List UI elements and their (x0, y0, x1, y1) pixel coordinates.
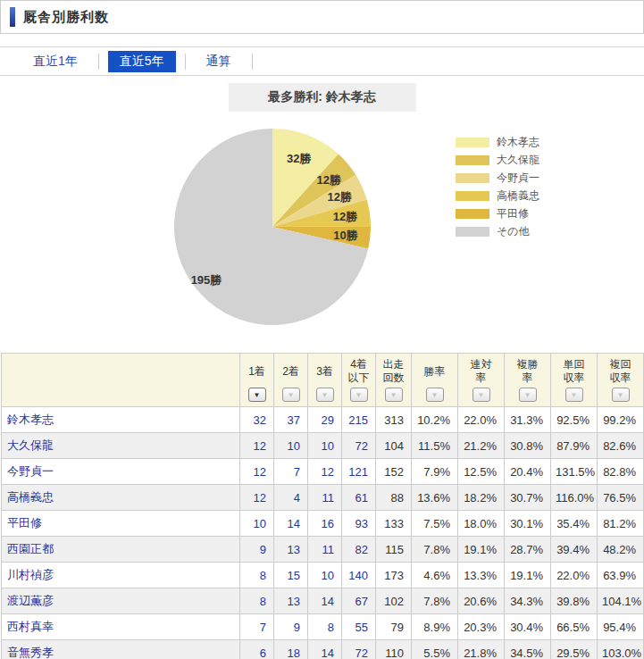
cell-starts: 102 (376, 588, 412, 614)
cell-wins-3rd[interactable]: 8 (308, 614, 342, 640)
table-row: 西村真幸79855798.9%20.3%30.4%66.5%95.4% (2, 614, 644, 640)
cell-wins-1st[interactable]: 7 (240, 614, 274, 640)
cell-wins-2nd[interactable]: 13 (274, 537, 308, 563)
cell-below-4th[interactable]: 72 (342, 640, 376, 659)
stable-name-link[interactable]: 西園正都 (2, 537, 240, 563)
header-col-2: 2着▼ (274, 354, 308, 407)
cell-exacta-rate: 13.3% (458, 563, 505, 588)
table-row: 今野貞一127121211527.9%12.5%20.4%131.5%82.8% (2, 459, 644, 485)
cell-below-4th[interactable]: 93 (342, 511, 376, 537)
cell-below-4th[interactable]: 67 (342, 588, 376, 614)
cell-wins-1st[interactable]: 8 (240, 563, 274, 588)
cell-exacta-rate: 21.8% (458, 640, 505, 659)
cell-show-rate: 28.7% (505, 537, 551, 563)
sort-button[interactable]: ▼ (565, 388, 583, 402)
tab-2[interactable]: 直近5年 (108, 51, 176, 72)
cell-wins-2nd[interactable]: 37 (274, 407, 308, 433)
sort-button-active[interactable]: ▼ (248, 388, 266, 402)
cell-wins-3rd[interactable]: 10 (308, 433, 342, 459)
cell-wins-2nd[interactable]: 15 (274, 563, 308, 588)
cell-wins-1st[interactable]: 12 (240, 459, 274, 485)
stable-name-link[interactable]: 鈴木孝志 (2, 407, 240, 433)
cell-wins-1st[interactable]: 12 (240, 485, 274, 511)
cell-show-rate: 30.8% (505, 433, 551, 459)
header-name-column (2, 354, 240, 407)
cell-starts: 110 (376, 640, 412, 659)
table-row: 渡辺薫彦81314671027.8%20.6%34.3%39.8%104.1% (2, 588, 644, 614)
cell-starts: 133 (376, 511, 412, 537)
sort-button[interactable]: ▼ (316, 388, 334, 402)
cell-win-rate: 7.9% (412, 459, 458, 485)
cell-win-payout: 39.8% (551, 588, 598, 614)
cell-below-4th[interactable]: 82 (342, 537, 376, 563)
sort-button[interactable]: ▼ (350, 388, 368, 402)
cell-wins-1st[interactable]: 8 (240, 588, 274, 614)
sort-button[interactable]: ▼ (612, 388, 630, 402)
cell-wins-2nd[interactable]: 13 (274, 588, 308, 614)
cell-below-4th[interactable]: 121 (342, 459, 376, 485)
legend-swatch-icon (456, 227, 489, 237)
stable-name-link[interactable]: 高橋義忠 (2, 485, 240, 511)
cell-win-rate: 10.2% (412, 407, 458, 433)
pie-slice-label: 12勝 (317, 173, 342, 187)
cell-show-payout: 104.1% (598, 588, 644, 614)
cell-wins-3rd[interactable]: 16 (308, 511, 342, 537)
cell-below-4th[interactable]: 215 (342, 407, 376, 433)
cell-wins-2nd[interactable]: 14 (274, 511, 308, 537)
cell-wins-2nd[interactable]: 18 (274, 640, 308, 659)
cell-wins-3rd[interactable]: 29 (308, 407, 342, 433)
cell-below-4th[interactable]: 140 (342, 563, 376, 588)
cell-wins-1st[interactable]: 9 (240, 537, 274, 563)
cell-win-payout: 35.4% (551, 511, 598, 537)
stable-name-link[interactable]: 川村禎彦 (2, 563, 240, 588)
header-col-3: 3着▼ (308, 354, 342, 407)
cell-wins-3rd[interactable]: 12 (308, 459, 342, 485)
cell-wins-3rd[interactable]: 11 (308, 485, 342, 511)
cell-wins-1st[interactable]: 32 (240, 407, 274, 433)
cell-win-payout: 66.5% (551, 614, 598, 640)
cell-below-4th[interactable]: 72 (342, 433, 376, 459)
cell-exacta-rate: 12.5% (458, 459, 505, 485)
sort-button[interactable]: ▼ (385, 388, 403, 402)
sort-button[interactable]: ▼ (426, 388, 444, 402)
stable-name-link[interactable]: 渡辺薫彦 (2, 588, 240, 614)
table-row: 音無秀孝61814721105.5%21.8%34.5%29.5%103.0% (2, 640, 644, 659)
cell-win-payout: 131.5% (551, 459, 598, 485)
chart-legend: 鈴木孝志大久保龍今野貞一高橋義忠平田修その他 (456, 133, 539, 240)
cell-wins-3rd[interactable]: 14 (308, 640, 342, 659)
stable-name-link[interactable]: 今野貞一 (2, 459, 240, 485)
cell-win-rate: 8.9% (412, 614, 458, 640)
sort-button[interactable]: ▼ (519, 388, 537, 402)
cell-wins-2nd[interactable]: 7 (274, 459, 308, 485)
sort-button[interactable]: ▼ (282, 388, 300, 402)
stable-name-link[interactable]: 平田修 (2, 511, 240, 537)
cell-wins-3rd[interactable]: 11 (308, 537, 342, 563)
cell-wins-2nd[interactable]: 10 (274, 433, 308, 459)
cell-wins-2nd[interactable]: 9 (274, 614, 308, 640)
header-label: 1着 (240, 358, 273, 385)
stable-name-link[interactable]: 音無秀孝 (2, 640, 240, 659)
cell-win-payout: 39.4% (551, 537, 598, 563)
cell-show-payout: 99.2% (598, 407, 644, 433)
cell-exacta-rate: 19.1% (458, 537, 505, 563)
header-label: 複回 収率 (598, 358, 643, 385)
header-label: 出走 回数 (376, 358, 411, 385)
cell-below-4th[interactable]: 61 (342, 485, 376, 511)
tab-3[interactable]: 通算 (195, 51, 243, 72)
stable-name-link[interactable]: 大久保龍 (2, 433, 240, 459)
cell-wins-1st[interactable]: 12 (240, 433, 274, 459)
cell-wins-1st[interactable]: 10 (240, 511, 274, 537)
cell-wins-3rd[interactable]: 10 (308, 563, 342, 588)
sort-button[interactable]: ▼ (473, 388, 490, 402)
cell-win-rate: 4.6% (412, 563, 458, 588)
cell-wins-2nd[interactable]: 4 (274, 485, 308, 511)
stable-name-link[interactable]: 西村真幸 (2, 614, 240, 640)
header-col-1: 1着▼ (240, 354, 274, 407)
header-label (2, 358, 239, 385)
legend-label: 平田修 (497, 206, 529, 221)
cell-wins-3rd[interactable]: 14 (308, 588, 342, 614)
cell-wins-1st[interactable]: 6 (240, 640, 274, 659)
cell-show-payout: 48.2% (598, 537, 644, 563)
cell-below-4th[interactable]: 55 (342, 614, 376, 640)
tab-1[interactable]: 直近1年 (21, 51, 89, 72)
